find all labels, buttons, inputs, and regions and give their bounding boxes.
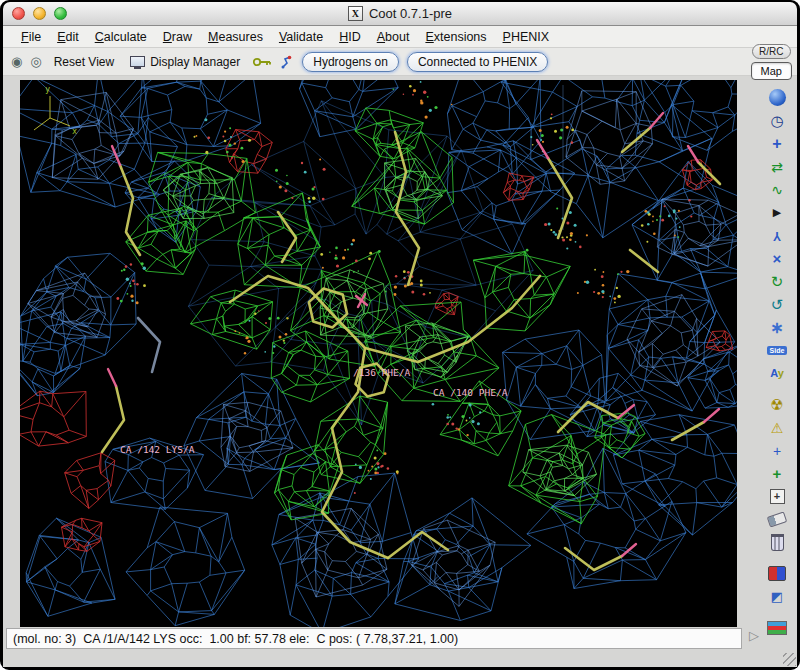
rotate-cw-icon[interactable]: ↻ [764, 271, 790, 292]
resize-grip[interactable] [783, 653, 796, 666]
traffic-lights [12, 7, 67, 20]
toolbar: ◉ ◎ Reset View Display Manager Hydrogens… [3, 48, 797, 76]
circle-dot-icon[interactable]: ◉ [11, 55, 22, 68]
axis-label: x [72, 126, 77, 136]
window-title: Coot 0.7.1-pre [369, 6, 452, 21]
half-square-icon[interactable]: ◩ [764, 586, 790, 607]
circle-ring-icon[interactable]: ◎ [30, 55, 41, 68]
menu-item-validate[interactable]: Validate [271, 28, 331, 46]
rotate-ccw-icon[interactable]: ↺ [764, 294, 790, 315]
app-window: X Coot 0.7.1-pre FileEditCalculateDrawMe… [0, 0, 800, 670]
atom-label: CA /142 LYS/A [120, 444, 195, 455]
warning-icon[interactable]: ⚠ [764, 417, 790, 438]
status-bar: (mol. no: 3) CA /1/A/142 LYS occ: 1.00 b… [6, 628, 742, 649]
wave-icon[interactable]: ∿ [764, 179, 790, 200]
key-icon[interactable] [252, 56, 272, 68]
monitor-icon [130, 56, 145, 67]
map-toggle[interactable]: Map [751, 62, 792, 80]
menu-item-extensions[interactable]: Extensions [417, 28, 494, 46]
play-triangle-icon[interactable]: ▶ [764, 202, 790, 223]
radiation-icon[interactable]: ☢ [764, 394, 790, 415]
menu-item-measures[interactable]: Measures [200, 28, 271, 46]
plus-stick-icon[interactable]: + [764, 440, 790, 461]
menu-item-draw[interactable]: Draw [155, 28, 200, 46]
inverted-y-icon[interactable]: Y [764, 225, 790, 246]
ligand-icon[interactable] [280, 55, 294, 69]
clock-icon[interactable]: ◷ [764, 110, 790, 131]
status-text: (mol. no: 3) CA /1/A/142 LYS occ: 1.00 b… [13, 632, 458, 646]
reset-view-label: Reset View [54, 55, 114, 69]
menu-item-edit[interactable]: Edit [49, 28, 87, 46]
reset-view-button[interactable]: Reset View [50, 53, 118, 71]
globe-icon[interactable] [764, 87, 790, 108]
trash-icon[interactable] [764, 532, 790, 553]
display-manager-label: Display Manager [150, 55, 240, 69]
menu-item-calculate[interactable]: Calculate [87, 28, 155, 46]
atom-label: CA /140 PHE/A [433, 387, 508, 398]
green-plus-icon[interactable]: + [764, 463, 790, 484]
move-cross-icon[interactable]: + [764, 133, 790, 154]
close-button[interactable] [12, 7, 25, 20]
display-manager-button[interactable]: Display Manager [126, 53, 244, 71]
cross-icon[interactable]: × [764, 248, 790, 269]
side-toggles: R/RC Map [751, 44, 792, 80]
rrc-toggle[interactable]: R/RC [752, 44, 790, 59]
zoom-button[interactable] [54, 7, 67, 20]
title-group: X Coot 0.7.1-pre [3, 2, 797, 25]
hydrogens-toggle[interactable]: Hydrogens on [302, 52, 399, 72]
menu-item-file[interactable]: File [13, 28, 49, 46]
title-bar[interactable]: X Coot 0.7.1-pre [3, 2, 797, 26]
side-label-icon[interactable]: Side [764, 340, 790, 361]
swap-arrows-icon[interactable]: ⇄ [764, 156, 790, 177]
split-color-icon[interactable] [764, 563, 790, 584]
toolbar-overflow-icon[interactable]: ▷ [749, 629, 759, 642]
gl-canvas[interactable]: yx/136 PHE/ACA /140 PHE/ACA /142 LYS/A [20, 80, 737, 627]
phenix-status-button[interactable]: Connected to PHENIX [407, 52, 548, 72]
minimize-button[interactable] [33, 7, 46, 20]
axis-label: y [45, 84, 50, 94]
x11-icon: X [348, 6, 363, 21]
menu-item-about[interactable]: About [369, 28, 418, 46]
eraser-icon[interactable] [764, 509, 790, 530]
density-scene: yx/136 PHE/ACA /140 PHE/ACA /142 LYS/A [20, 80, 737, 627]
menu-bar: FileEditCalculateDrawMeasuresValidateHID… [3, 26, 797, 48]
menu-item-hid[interactable]: HID [331, 28, 369, 46]
sidebar-toolbar: ◷+⇄∿▶Y×↻↺∗SideAy☢⚠+++◩ [761, 86, 793, 639]
boxed-plus-icon[interactable]: + [764, 486, 790, 507]
menu-item-phenix[interactable]: PHENIX [495, 28, 558, 46]
ay-label-icon[interactable]: Ay [764, 363, 790, 384]
asterisk-icon[interactable]: ∗ [764, 317, 790, 338]
flag-icon[interactable] [764, 617, 790, 638]
atom-label: /136 PHE/A [353, 367, 410, 378]
